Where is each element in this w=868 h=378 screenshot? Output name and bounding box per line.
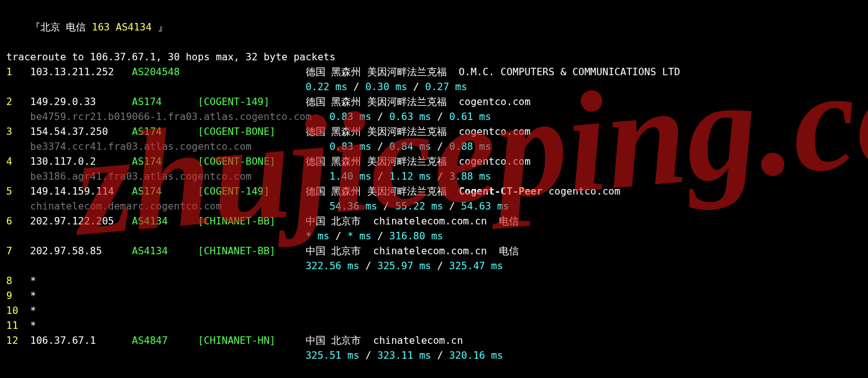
hop-net-tag: [COGENT-BONE] — [198, 126, 305, 137]
hop-number: 11 — [6, 320, 30, 331]
hop-row: 1 103.13.211.252 AS204548 德国 黑森州 美因河畔法兰克… — [6, 65, 862, 80]
hop-number: 12 — [6, 334, 30, 346]
rtt-separator: / — [431, 111, 449, 122]
hop-net-tag: [CHINANET-BB] — [198, 245, 305, 257]
hop-number: 7 — [6, 245, 30, 257]
route-title: 『北京 电信 163 AS4134 』 — [6, 5, 862, 50]
hop-rtt: 0.27 ms — [425, 81, 467, 93]
title-suffix: 』 — [152, 21, 168, 33]
hop-rtt: 325.97 ms — [377, 260, 431, 272]
rtt-separator: / — [377, 200, 395, 212]
hop-row: 12 106.37.67.1 AS4847 [CHINANET-HN] 中国 北… — [6, 333, 862, 348]
hop-org: chinatelecom.com.cn 电信 — [373, 215, 519, 227]
hop-net-tag: [CHINANET-HN] — [198, 334, 305, 346]
rtt-separator: / — [359, 349, 377, 361]
hop-list: 1 103.13.211.252 AS204548 德国 黑森州 美因河畔法兰克… — [6, 65, 862, 363]
hop-rtt: 0.61 ms — [449, 111, 491, 122]
hop-row: 9 * — [6, 288, 862, 303]
hop-rdns: be4759.rcr21.b019066-1.fra03.atlas.cogen… — [30, 111, 312, 122]
hop-detail-row: 322.56 ms / 325.97 ms / 325.47 ms — [6, 259, 862, 274]
hop-row: 11 * — [6, 318, 862, 333]
hop-rtt: 3.88 ms — [449, 170, 491, 182]
hop-net-tag: [CHINANET-BB] — [198, 215, 305, 227]
hop-net-tag: [COGENT-149] — [198, 185, 305, 197]
hop-ip: * — [30, 305, 132, 316]
hop-ip: 106.37.67.1 — [30, 334, 132, 346]
hop-rtt: 0.84 ms — [390, 141, 431, 152]
hop-detail-row: be3186.agr41.fra03.atlas.cogentco.com 1.… — [6, 169, 862, 184]
hop-row: 2 149.29.0.33 AS174 [COGENT-149] 德国 黑森州 … — [6, 94, 862, 109]
hop-detail-row: chinatelecom.demarc.cogentco.com 54.36 m… — [6, 199, 862, 214]
rtt-separator: / — [431, 349, 449, 361]
hop-row: 5 149.14.159.114 AS174 [COGENT-149] 德国 黑… — [6, 184, 862, 199]
hop-detail-row: be4759.rcr21.b019066-1.fra03.atlas.cogen… — [6, 109, 862, 124]
hop-ip: 130.117.0.2 — [30, 155, 132, 167]
hop-rtt: 325.51 ms — [306, 349, 360, 361]
hop-org: chinatelecom.cn — [373, 334, 464, 346]
hop-org: O.M.C. COMPUTERS & COMMUNICATIONS LTD — [459, 66, 680, 78]
hop-location: 中国 北京市 — [306, 245, 373, 257]
hop-location: 德国 黑森州 美因河畔法兰克福 — [306, 155, 459, 167]
hop-location: 德国 黑森州 美因河畔法兰克福 — [306, 66, 459, 78]
hop-org: cogentco.com — [459, 126, 531, 137]
rtt-separator: / — [407, 81, 425, 93]
hop-ip: * — [30, 290, 132, 302]
hop-rtt: 325.47 ms — [449, 260, 503, 272]
hop-row: 4 130.117.0.2 AS174 [COGENT-BONE] 德国 黑森州… — [6, 154, 862, 169]
hop-row: 6 202.97.122.205 AS4134 [CHINANET-BB] 中国… — [6, 214, 862, 229]
hop-row: 3 154.54.37.250 AS174 [COGENT-BONE] 德国 黑… — [6, 124, 862, 139]
hop-asn: AS4847 — [132, 334, 198, 346]
hop-rtt: 323.11 ms — [377, 349, 431, 361]
hop-rtt: 1.40 ms — [329, 170, 371, 182]
rtt-separator: / — [359, 260, 377, 272]
hop-ip: 202.97.122.205 — [30, 215, 132, 227]
hop-net-tag: [COGENT-BONE] — [198, 155, 305, 167]
hop-detail-row: * ms / * ms / 316.80 ms — [6, 229, 862, 244]
hop-rtt: 0.30 ms — [365, 81, 407, 93]
hop-rtt: 0.22 ms — [306, 81, 347, 93]
hop-location: 德国 黑森州 美因河畔法兰克福 — [306, 126, 459, 137]
terminal-output: zhujiceping.com 『北京 电信 163 AS4134 』 trac… — [0, 0, 868, 368]
hop-number: 3 — [6, 126, 30, 137]
hop-location: 中国 北京市 — [306, 334, 373, 346]
hop-ip: * — [30, 275, 132, 287]
hop-ip: * — [30, 320, 132, 331]
hop-ip: 154.54.37.250 — [30, 126, 132, 137]
hop-number: 5 — [6, 185, 30, 197]
hop-number: 10 — [6, 305, 30, 316]
hop-ip: 149.14.159.114 — [30, 185, 132, 197]
title-asn: 163 AS4134 — [92, 21, 152, 33]
hop-asn: AS174 — [132, 155, 198, 167]
hop-rtt: 55.22 ms — [395, 200, 443, 212]
rtt-separator: / — [431, 260, 449, 272]
hop-detail-row: be3374.ccr41.fra03.atlas.cogentco.com 0.… — [6, 139, 862, 154]
rtt-separator: / — [372, 111, 390, 122]
hop-rtt: 0.83 ms — [329, 111, 371, 122]
hop-asn: AS174 — [132, 185, 198, 197]
hop-number: 8 — [6, 275, 30, 287]
rtt-separator: / — [443, 200, 461, 212]
rtt-separator: / — [347, 81, 365, 93]
hop-rdns: chinatelecom.demarc.cogentco.com — [30, 200, 222, 212]
hop-asn: AS174 — [132, 96, 198, 108]
hop-rtt: 322.56 ms — [306, 260, 360, 272]
hop-number: 4 — [6, 155, 30, 167]
hop-number: 2 — [6, 96, 30, 108]
hop-location: 德国 黑森州 美因河畔法兰克福 — [306, 96, 459, 108]
hop-row: 8 * — [6, 274, 862, 288]
hop-detail-row: 0.22 ms / 0.30 ms / 0.27 ms — [6, 80, 862, 94]
hop-rtt: 54.63 ms — [461, 200, 509, 212]
hop-row: 10 * — [6, 303, 862, 318]
hop-ip: 149.29.0.33 — [30, 96, 132, 108]
rtt-separator: / — [372, 230, 390, 242]
hop-rtt: 1.12 ms — [390, 170, 431, 182]
hop-location: 德国 黑森州 美因河畔法兰克福 — [306, 185, 459, 197]
hop-number: 1 — [6, 66, 30, 78]
hop-rtt: 0.83 ms — [329, 141, 371, 152]
hop-number: 6 — [6, 215, 30, 227]
hop-row: 7 202.97.58.85 AS4134 [CHINANET-BB] 中国 北… — [6, 244, 862, 259]
hop-org: cogentco.com — [459, 155, 531, 167]
hop-rtt: * ms — [347, 230, 372, 242]
hop-asn: AS204548 — [132, 66, 198, 78]
hop-org-tag: Cogent-CT-Peer — [459, 185, 549, 197]
